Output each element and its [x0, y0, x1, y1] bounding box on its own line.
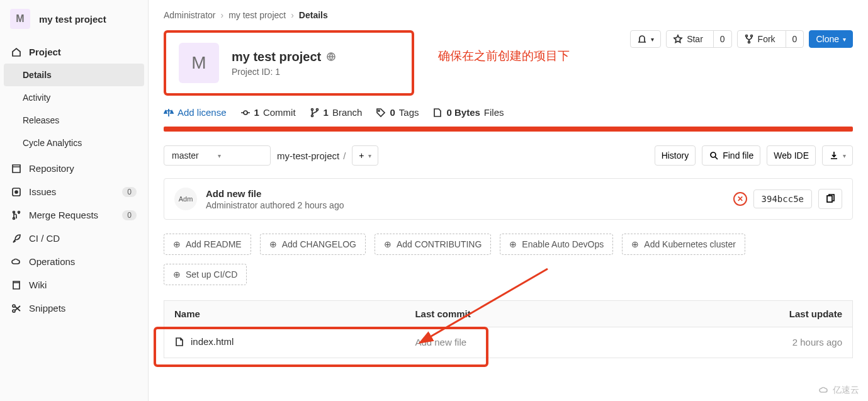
star-count: 0 — [713, 31, 731, 47]
commit-title[interactable]: Add new file — [206, 188, 344, 199]
sidebar-project-name: my test project — [39, 14, 106, 25]
nav-project[interactable]: Project — [0, 40, 148, 64]
nav-merge-requests[interactable]: Merge Requests 0 — [0, 203, 148, 227]
project-avatar-large: M — [179, 43, 219, 83]
files-stat[interactable]: 0 BytesFiles — [432, 107, 504, 118]
star-button[interactable]: Star 0 — [666, 30, 731, 48]
commit-time: 2 hours ago — [298, 200, 344, 210]
sidebar: M my test project Project Details Activi… — [0, 0, 149, 401]
rocket-icon — [11, 234, 21, 244]
chevron-down-icon: ▾ — [651, 36, 654, 43]
nav-activity[interactable]: Activity — [0, 86, 148, 109]
quick-add-row: ⊕Add README ⊕Add CHANGELOG ⊕Add CONTRIBU… — [164, 234, 853, 255]
home-icon — [11, 47, 21, 57]
commit-icon — [240, 108, 251, 118]
merge-icon — [11, 210, 21, 220]
files-table: Name Last commit Last update index.html … — [164, 300, 853, 358]
svg-point-11 — [244, 111, 247, 115]
issues-icon — [11, 187, 21, 197]
nav-details[interactable]: Details — [4, 64, 144, 86]
scale-icon — [164, 108, 174, 118]
svg-point-15 — [378, 110, 380, 111]
plus-circle-icon: ⊕ — [631, 239, 639, 249]
stats-row: Add license 1Commit 1Branch 0Tags 0 Byte… — [164, 107, 853, 118]
nav-issues[interactable]: Issues 0 — [0, 180, 148, 203]
annotation-box-header: M my test project Project ID: 1 — [164, 30, 414, 96]
nav-operations[interactable]: Operations — [0, 250, 148, 273]
chevron-down-icon: ▾ — [218, 152, 221, 159]
find-file-button[interactable]: Find file — [702, 145, 760, 166]
add-contributing-button[interactable]: ⊕Add CONTRIBUTING — [375, 234, 491, 255]
svg-point-5 — [13, 305, 15, 307]
svg-point-16 — [711, 152, 716, 157]
plus-icon: + — [359, 150, 364, 161]
breadcrumb-current: Details — [299, 10, 328, 20]
issues-count-badge: 0 — [122, 187, 137, 197]
table-row[interactable]: index.html Add new file 2 hours ago — [164, 327, 853, 358]
plus-circle-icon: ⊕ — [509, 239, 517, 249]
web-ide-button[interactable]: Web IDE — [767, 145, 816, 166]
clone-button[interactable]: Clone ▾ — [809, 30, 853, 48]
fork-button[interactable]: Fork 0 — [737, 30, 804, 48]
commit-author-avatar: Adm — [174, 188, 197, 210]
project-title: my test project — [232, 50, 321, 64]
svg-rect-17 — [827, 196, 832, 202]
chevron-down-icon: ▾ — [368, 152, 371, 159]
nav-repository[interactable]: Repository — [0, 157, 148, 180]
sidebar-project-header[interactable]: M my test project — [0, 0, 148, 38]
col-update: Last update — [715, 301, 853, 327]
enable-devops-button[interactable]: ⊕Enable Auto DevOps — [500, 234, 613, 255]
breadcrumb-project[interactable]: my test project — [228, 10, 286, 20]
commit-author: Administrator authored — [206, 200, 295, 210]
history-button[interactable]: History — [655, 145, 696, 166]
nav-cicd[interactable]: CI / CD — [0, 227, 148, 250]
nav-project-label: Project — [29, 47, 61, 57]
nav-cycle-analytics[interactable]: Cycle Analytics — [0, 132, 148, 154]
chevron-right-icon — [220, 10, 223, 20]
add-changelog-button[interactable]: ⊕Add CHANGELOG — [260, 234, 366, 255]
nav-wiki[interactable]: Wiki — [0, 273, 148, 297]
commits-stat[interactable]: 1Commit — [240, 107, 296, 118]
search-icon — [709, 150, 719, 161]
notification-button[interactable]: ▾ — [630, 30, 661, 48]
nav-snippets[interactable]: Snippets — [0, 297, 148, 320]
add-license-link[interactable]: Add license — [164, 107, 227, 118]
download-button[interactable]: ▾ — [822, 145, 853, 166]
project-id-label: Project ID: 1 — [232, 67, 336, 77]
svg-point-6 — [13, 310, 15, 312]
add-readme-button[interactable]: ⊕Add README — [164, 234, 251, 255]
download-icon — [829, 150, 839, 161]
annotation-divider — [164, 127, 853, 132]
fork-icon — [744, 34, 754, 44]
nav-releases[interactable]: Releases — [0, 109, 148, 132]
add-k8s-button[interactable]: ⊕Add Kubernetes cluster — [622, 234, 745, 255]
breadcrumb: Administrator my test project Details — [164, 8, 853, 23]
add-file-button[interactable]: + ▾ — [352, 145, 378, 166]
file-last-commit[interactable]: Add new file — [405, 327, 714, 358]
folder-icon — [11, 164, 21, 174]
svg-point-1 — [15, 191, 18, 193]
merge-count-badge: 0 — [122, 210, 137, 220]
repo-toolbar: master ▾ my-test-project / + ▾ History F… — [164, 145, 853, 166]
copy-sha-button[interactable] — [818, 189, 842, 209]
path-segment[interactable]: my-test-project — [277, 150, 339, 161]
annotation-text: 确保在之前创建的项目下 — [438, 48, 570, 64]
file-icon — [432, 108, 442, 118]
plus-circle-icon: ⊕ — [173, 269, 181, 280]
file-name[interactable]: index.html — [191, 336, 234, 347]
branches-stat[interactable]: 1Branch — [310, 107, 363, 118]
tag-icon — [376, 108, 386, 118]
plus-circle-icon: ⊕ — [269, 239, 277, 249]
pipeline-status-failed-icon[interactable]: ✕ — [733, 192, 747, 206]
commit-sha[interactable]: 394bcc5e — [753, 189, 812, 208]
bell-icon — [637, 34, 647, 44]
branch-select[interactable]: master ▾ — [164, 145, 271, 166]
tags-stat[interactable]: 0Tags — [376, 107, 419, 118]
breadcrumb-root[interactable]: Administrator — [164, 10, 215, 20]
file-icon — [174, 337, 184, 347]
project-avatar-small: M — [10, 9, 30, 29]
setup-cicd-button[interactable]: ⊕Set up CI/CD — [164, 264, 247, 285]
chevron-down-icon: ▾ — [843, 36, 846, 43]
branch-icon — [310, 108, 320, 118]
plus-circle-icon: ⊕ — [173, 239, 181, 249]
